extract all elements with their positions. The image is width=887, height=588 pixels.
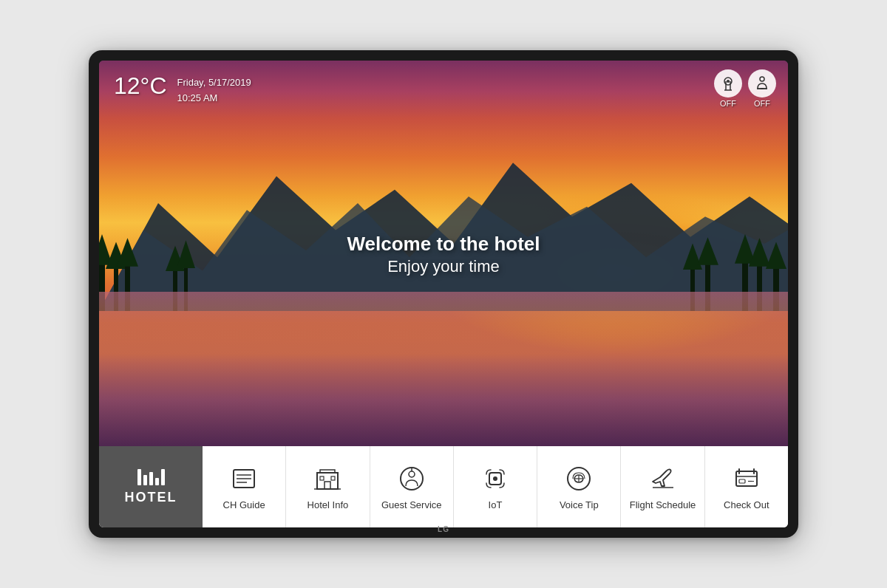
- date: Friday, 5/17/2019: [177, 75, 251, 91]
- iot-icon: [480, 464, 510, 493]
- svg-rect-34: [317, 473, 338, 489]
- svg-marker-17: [177, 240, 195, 268]
- svg-rect-35: [320, 470, 335, 473]
- nav-item-voice-tip[interactable]: Voice Tip: [537, 446, 621, 527]
- welcome-text: Welcome to the hotel Enjoy your time: [347, 230, 540, 276]
- welcome-line1: Welcome to the hotel: [347, 230, 540, 257]
- tv-container: 12°C Friday, 5/17/2019 10:25 AM: [89, 50, 798, 538]
- water-reflection: [99, 292, 788, 446]
- svg-marker-13: [766, 242, 786, 269]
- hero-area: 12°C Friday, 5/17/2019 10:25 AM: [99, 61, 788, 446]
- hotel-info-label: Hotel Info: [307, 499, 349, 510]
- nav-item-ch-guide[interactable]: CH Guide: [203, 446, 286, 527]
- maid-button[interactable]: OFF: [748, 69, 776, 108]
- maid-icon-circle: [748, 69, 776, 98]
- hotel-label: HOTEL: [125, 490, 177, 505]
- voice-tip-label: Voice Tip: [560, 499, 599, 510]
- guest-service-icon: [397, 464, 426, 493]
- flight-schedule-icon: [648, 464, 678, 493]
- check-out-icon: [732, 464, 761, 493]
- tv-screen: 12°C Friday, 5/17/2019 10:25 AM: [99, 61, 788, 527]
- iot-label: IoT: [489, 499, 503, 510]
- svg-point-27: [760, 77, 764, 81]
- service-buttons: OFF OFF: [714, 69, 776, 108]
- tv-outer: 12°C Friday, 5/17/2019 10:25 AM: [89, 50, 798, 538]
- nav-item-guest-service[interactable]: Guest Service: [370, 446, 454, 527]
- check-out-label: Check Out: [724, 499, 769, 510]
- dnd-icon-circle: [714, 69, 742, 98]
- voice-tip-icon: [564, 464, 594, 493]
- svg-rect-37: [320, 476, 324, 480]
- hotel-info-icon: [313, 464, 342, 493]
- maid-label: OFF: [754, 99, 770, 108]
- hotel-bar-icon: [137, 469, 165, 485]
- time: 10:25 AM: [177, 91, 251, 106]
- temperature: 12°C: [114, 74, 167, 98]
- svg-point-44: [493, 476, 497, 481]
- datetime: Friday, 5/17/2019 10:25 AM: [177, 75, 251, 106]
- svg-rect-38: [331, 476, 335, 480]
- svg-marker-21: [697, 237, 718, 265]
- nav-item-check-out[interactable]: Check Out: [705, 446, 788, 527]
- nav-item-hotel-info[interactable]: Hotel Info: [286, 446, 370, 527]
- dnd-label: OFF: [720, 99, 736, 108]
- svg-marker-11: [749, 238, 770, 267]
- dnd-button[interactable]: OFF: [714, 69, 742, 108]
- hotel-brand: HOTEL: [99, 446, 203, 527]
- ch-guide-icon: [229, 464, 259, 493]
- guest-service-label: Guest Service: [381, 499, 442, 510]
- weather-info: 12°C Friday, 5/17/2019 10:25 AM: [114, 74, 251, 106]
- svg-point-41: [409, 471, 415, 477]
- flight-schedule-label: Flight Schedule: [630, 499, 696, 510]
- svg-point-26: [727, 80, 730, 83]
- svg-marker-19: [683, 243, 702, 269]
- ch-guide-label: CH Guide: [223, 499, 265, 510]
- welcome-line2: Enjoy your time: [347, 257, 540, 276]
- svg-rect-51: [739, 479, 745, 483]
- nav-item-flight-schedule[interactable]: Flight Schedule: [621, 446, 704, 527]
- nav-items: CH Guide: [203, 446, 788, 527]
- nav-item-iot[interactable]: IoT: [454, 446, 537, 527]
- nav-bar: HOTEL: [99, 446, 788, 527]
- lg-logo: LG: [438, 525, 449, 533]
- svg-rect-36: [324, 482, 330, 489]
